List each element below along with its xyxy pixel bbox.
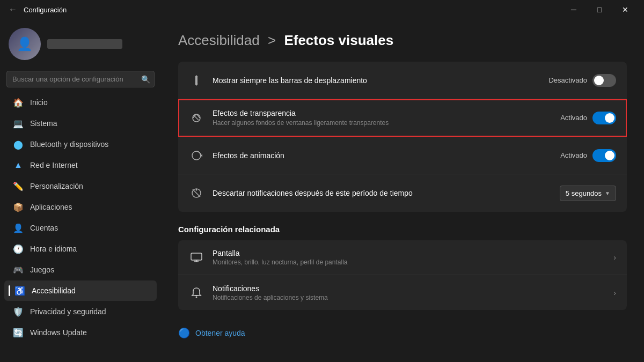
minimize-button[interactable]: ─ — [561, 2, 586, 18]
animation-toggle-thumb — [605, 151, 614, 160]
transparency-control: Activado — [560, 112, 616, 124]
notif-dismiss-row: Descartar notificaciones después de este… — [178, 174, 627, 212]
sidebar-label-sistema: Sistema — [30, 119, 57, 128]
pantalla-chevron-icon: › — [613, 253, 616, 262]
user-name — [47, 39, 122, 49]
privacidad-icon: 🛡️ — [13, 306, 24, 317]
user-profile: 👤 — [0, 19, 161, 67]
breadcrumb-separator: > — [268, 32, 276, 48]
sidebar-item-juegos[interactable]: 🎮 Juegos — [4, 260, 157, 280]
transparency-icon — [189, 110, 204, 125]
svg-marker-2 — [195, 84, 198, 86]
notif-dismiss-control: 5 segundos ▼ — [560, 186, 616, 201]
notif-dismiss-text: Descartar notificaciones después de este… — [213, 189, 551, 197]
sidebar-label-windows-update: Windows Update — [30, 328, 87, 337]
breadcrumb-parent: Accesibilidad — [178, 32, 260, 48]
pantalla-row[interactable]: Pantalla Monitores, brillo, luz nocturna… — [178, 240, 627, 275]
inicio-icon: 🏠 — [13, 97, 24, 108]
sidebar: 👤 🔍 🏠 Inicio 💻 Sistema ⬤ Bluetooth y dis… — [0, 19, 161, 362]
breadcrumb-current: Efectos visuales — [284, 32, 393, 48]
maximize-button[interactable]: □ — [587, 2, 612, 18]
sidebar-item-hora[interactable]: 🕐 Hora e idioma — [4, 239, 157, 259]
chevron-down-icon: ▼ — [605, 190, 610, 196]
hora-icon: 🕐 — [13, 243, 24, 254]
notificaciones-icon — [189, 285, 204, 300]
sidebar-label-bluetooth: Bluetooth y dispositivos — [30, 140, 108, 149]
back-button[interactable]: ← — [6, 3, 19, 17]
dropdown-value: 5 segundos — [566, 189, 602, 197]
svg-point-14 — [196, 296, 197, 298]
sidebar-item-cuentas[interactable]: 👤 Cuentas — [4, 218, 157, 238]
search-input[interactable] — [6, 71, 155, 87]
sidebar-item-aplicaciones[interactable]: 📦 Aplicaciones — [4, 197, 157, 217]
sidebar-item-red[interactable]: ▲ Red e Internet — [4, 155, 157, 175]
transparency-title: Efectos de transparencia — [213, 109, 552, 117]
animation-row: Efectos de animación Activado — [178, 137, 627, 174]
notificaciones-row[interactable]: Notificaciones Notificaciones de aplicac… — [178, 275, 627, 310]
animation-label: Activado — [560, 151, 587, 159]
animation-toggle[interactable] — [592, 149, 616, 162]
sidebar-label-aplicaciones: Aplicaciones — [30, 203, 72, 211]
sidebar-nav: 🏠 Inicio 💻 Sistema ⬤ Bluetooth y disposi… — [0, 92, 161, 343]
notificaciones-title: Notificaciones — [213, 284, 605, 293]
sidebar-item-personalizacion[interactable]: ✏️ Personalización — [4, 176, 157, 196]
scrollbars-control: Desactivado — [548, 74, 616, 87]
search-box: 🔍 — [6, 71, 155, 87]
pantalla-title: Pantalla — [213, 249, 605, 257]
titlebar-title: Configuración — [24, 6, 67, 14]
sidebar-label-hora: Hora e idioma — [30, 245, 77, 253]
sidebar-label-accesibilidad: Accesibilidad — [32, 286, 76, 295]
sidebar-label-privacidad: Privacidad y seguridad — [30, 307, 106, 316]
sidebar-item-bluetooth[interactable]: ⬤ Bluetooth y dispositivos — [4, 134, 157, 154]
breadcrumb: Accesibilidad > Efectos visuales — [178, 32, 627, 49]
sistema-icon: 💻 — [13, 118, 24, 129]
sidebar-item-windows-update[interactable]: 🔄 Windows Update — [4, 322, 157, 343]
pantalla-icon — [189, 250, 204, 265]
aplicaciones-icon: 📦 — [13, 202, 24, 212]
search-icon: 🔍 — [141, 75, 150, 84]
animation-control: Activado — [560, 149, 616, 162]
personalizacion-icon: ✏️ — [13, 181, 24, 191]
sidebar-label-cuentas: Cuentas — [30, 224, 58, 232]
notif-dismiss-title: Descartar notificaciones después de este… — [213, 189, 551, 197]
svg-point-8 — [196, 189, 197, 191]
transparency-toggle-thumb — [605, 113, 614, 123]
juegos-icon: 🎮 — [13, 264, 24, 275]
transparency-text: Efectos de transparencia Hacer algunos f… — [213, 109, 552, 127]
sidebar-label-personalizacion: Personalización — [30, 182, 83, 190]
sidebar-label-inicio: Inicio — [30, 98, 48, 107]
svg-rect-9 — [191, 253, 202, 260]
sidebar-label-juegos: Juegos — [30, 265, 54, 274]
sidebar-item-sistema[interactable]: 💻 Sistema — [4, 113, 157, 134]
help-label: Obtener ayuda — [195, 329, 245, 337]
scrollbars-label: Desactivado — [548, 76, 587, 84]
notificaciones-chevron-icon: › — [613, 289, 616, 297]
help-icon: 🔵 — [178, 327, 190, 339]
notificaciones-subtitle: Notificaciones de aplicaciones y sistema — [213, 294, 605, 301]
avatar: 👤 — [9, 28, 41, 60]
svg-marker-1 — [195, 75, 198, 77]
pantalla-text: Pantalla Monitores, brillo, luz nocturna… — [213, 249, 605, 266]
transparency-toggle[interactable] — [592, 112, 616, 124]
animation-text: Efectos de animación — [213, 151, 552, 160]
titlebar-left: ← Configuración — [6, 3, 67, 17]
close-button[interactable]: ✕ — [613, 2, 638, 18]
transparency-subtitle: Hacer algunos fondos de ventanas ligeram… — [213, 119, 552, 127]
pantalla-subtitle: Monitores, brillo, luz nocturna, perfil … — [213, 258, 605, 266]
related-section: Configuración relacionada Pantalla — [178, 225, 627, 310]
sidebar-item-privacidad[interactable]: 🛡️ Privacidad y seguridad — [4, 301, 157, 322]
scrollbars-toggle[interactable] — [592, 74, 616, 87]
scrollbars-icon — [189, 73, 204, 88]
notif-dismiss-icon — [189, 186, 204, 201]
animation-icon — [189, 148, 204, 163]
sidebar-item-inicio[interactable]: 🏠 Inicio — [4, 92, 157, 113]
notificaciones-text: Notificaciones Notificaciones de aplicac… — [213, 284, 605, 301]
notif-dismiss-dropdown[interactable]: 5 segundos ▼ — [560, 186, 616, 201]
transparency-row: Efectos de transparencia Hacer algunos f… — [178, 99, 627, 137]
scrollbars-text: Mostrar siempre las barras de desplazami… — [213, 76, 540, 85]
help-row[interactable]: 🔵 Obtener ayuda — [178, 323, 627, 343]
content-area: Accesibilidad > Efectos visuales Mostrar… — [161, 19, 644, 362]
bluetooth-icon: ⬤ — [13, 139, 24, 150]
sidebar-item-accesibilidad[interactable]: ♿ Accesibilidad — [4, 280, 157, 301]
sidebar-label-red: Red e Internet — [30, 161, 78, 169]
